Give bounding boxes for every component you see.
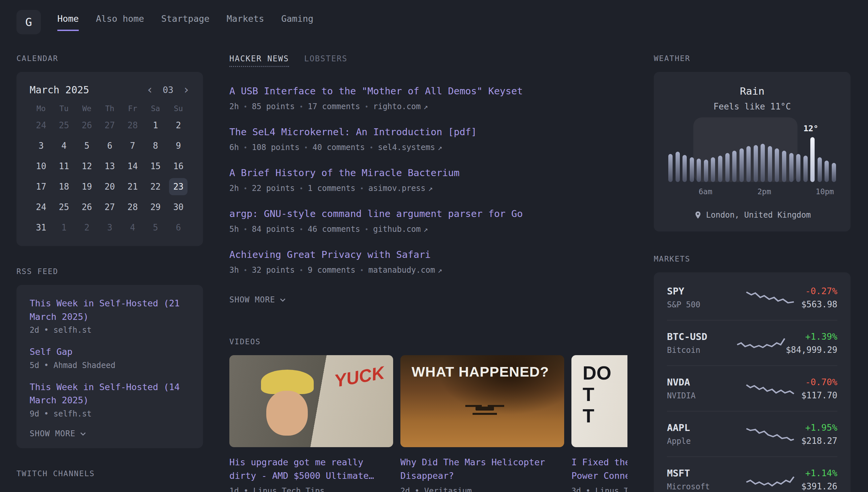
separator-dot: • xyxy=(299,267,303,274)
nav-item[interactable]: Gaming xyxy=(281,14,313,31)
video-title[interactable]: I Fixed the 5 Power Connect xyxy=(572,456,627,483)
news-title[interactable]: A USB Interface to the "Mother of All De… xyxy=(229,85,627,97)
news-list: A USB Interface to the "Mother of All De… xyxy=(229,85,627,275)
calendar-day: 4 xyxy=(55,137,73,154)
weather-bar-fill xyxy=(796,154,800,182)
market-row[interactable]: AAPL Apple +1.95% $218.27 xyxy=(667,411,837,457)
weather-bar-fill xyxy=(782,151,786,182)
video-meta: 2d • Veritasium xyxy=(400,486,564,492)
weather-hour-bar xyxy=(676,126,680,182)
calendar-day: 19 xyxy=(78,178,96,195)
news-source-link[interactable]: github.com ↗ xyxy=(373,225,428,234)
video-title[interactable]: Why Did The Mars Helicopter Disappear? xyxy=(400,456,564,483)
calendar-next-icon[interactable]: › xyxy=(183,84,190,96)
nav-item-label: Home xyxy=(57,14,79,31)
market-row[interactable]: SPY S&P 500 -0.27% $563.98 xyxy=(667,275,837,320)
weather-bar-fill xyxy=(768,146,772,182)
news-comments-link[interactable]: 40 comments xyxy=(312,143,365,152)
weather-bar-fill xyxy=(754,145,758,182)
calendar-day: 24 xyxy=(32,198,50,216)
market-row[interactable]: MSFT Microsoft +1.14% $391.26 xyxy=(667,457,837,492)
weekday-label: Su xyxy=(174,104,183,113)
calendar-day-cell: 11 xyxy=(55,157,73,175)
news-time: 5h xyxy=(229,225,239,234)
market-identity: SPY S&P 500 xyxy=(667,286,739,309)
separator-dot: • xyxy=(243,184,247,192)
calendar-month-number: 03 xyxy=(163,85,174,95)
news-title[interactable]: A Brief History of the Miracle Bacterium xyxy=(229,167,627,178)
news-comments-link[interactable]: 9 comments xyxy=(308,266,356,275)
weather-hour-bar xyxy=(818,126,822,182)
news-tab[interactable]: HACKER NEWS xyxy=(229,54,289,67)
news-title[interactable]: The SeL4 Microkernel: An Introduction [p… xyxy=(229,126,627,138)
separator-dot: • xyxy=(243,267,247,274)
calendar-day-cell: 6 xyxy=(101,137,119,154)
separator-dot: • xyxy=(243,103,247,110)
market-name: Apple xyxy=(667,437,739,446)
video-thumbnail[interactable]: YUCK xyxy=(229,355,393,447)
nav-item[interactable]: Markets xyxy=(227,14,264,31)
calendar-controls: ‹ 03 › xyxy=(146,84,190,96)
rss-show-more-button[interactable]: SHOW MORE xyxy=(30,429,87,438)
calendar-day-cell: 13 xyxy=(101,157,119,175)
nav-item[interactable]: Startpage xyxy=(161,14,209,31)
market-change: +1.95% xyxy=(801,422,837,433)
calendar-day: 6 xyxy=(101,137,119,154)
calendar-prev-icon[interactable]: ‹ xyxy=(146,84,154,96)
rss-item-title[interactable]: This Week in Self-Hosted (21 March 2025) xyxy=(30,297,190,323)
market-row[interactable]: BTC-USD Bitcoin +1.39% $84,999.29 xyxy=(667,320,837,365)
video-card[interactable]: YUCK His upgrade got me really dirty - A… xyxy=(229,355,393,492)
rss-item-title[interactable]: Self Gap xyxy=(30,345,190,359)
calendar-section-title: CALENDAR xyxy=(17,54,203,63)
news-comments-link[interactable]: 17 comments xyxy=(308,102,360,111)
weather-bar-fill xyxy=(732,151,737,182)
weather-bar-fill xyxy=(682,155,687,182)
market-change: -0.70% xyxy=(801,377,837,387)
calendar-day-cell: 31 xyxy=(32,219,50,236)
news-source-link[interactable]: righto.com ↗ xyxy=(373,102,428,111)
calendar-day: 5 xyxy=(146,219,165,236)
news-source-link[interactable]: matanabudy.com ↗ xyxy=(368,266,442,275)
news-title[interactable]: argp: GNU-style command line argument pa… xyxy=(229,208,627,219)
news-comments-link[interactable]: 46 comments xyxy=(308,225,360,234)
video-card[interactable]: WHAT HAPPENED? Why Did The Mars Helicopt… xyxy=(400,355,564,492)
calendar-day-cell: 15 xyxy=(146,157,165,175)
weather-bar-fill xyxy=(810,137,815,182)
calendar-day: 27 xyxy=(101,117,119,134)
nav-item[interactable]: Home xyxy=(57,14,79,31)
separator-dot: • xyxy=(365,103,368,110)
news-tab[interactable]: LOBSTERS xyxy=(304,54,348,67)
weather-bar-fill xyxy=(696,158,701,182)
video-thumbnail[interactable]: WHAT HAPPENED? xyxy=(400,355,564,447)
separator-dot: • xyxy=(243,144,247,151)
news-title[interactable]: Achieving Great Privacy with Safari xyxy=(229,249,627,260)
market-values: -0.27% $563.98 xyxy=(801,286,837,309)
weather-bar-fill xyxy=(711,157,715,182)
app-logo[interactable]: G xyxy=(17,10,41,34)
weather-bar-fill xyxy=(739,148,744,182)
market-ticker: AAPL xyxy=(667,422,739,433)
external-link-icon: ↗ xyxy=(438,143,442,152)
market-ticker: SPY xyxy=(667,286,739,297)
news-time: 3h xyxy=(229,266,239,275)
market-row[interactable]: NVDA NVIDIA -0.70% $117.70 xyxy=(667,365,837,411)
video-card[interactable]: DO T T I Fixed the 5 Power Connect 3d • … xyxy=(572,355,627,492)
rss-item-title[interactable]: This Week in Self-Hosted (14 March 2025) xyxy=(30,380,190,407)
weather-hourly-chart: 12° xyxy=(668,126,836,182)
weekday-label: We xyxy=(82,104,91,113)
video-title[interactable]: His upgrade got me really dirty - AMD $5… xyxy=(229,456,393,483)
calendar-day-cell: 3 xyxy=(101,219,119,236)
calendar-card: March 2025 ‹ 03 › MoTuWeThFrSaSu 2425262… xyxy=(17,72,203,246)
top-navbar: G HomeAlso homeStartpageMarketsGaming xyxy=(0,0,868,44)
video-thumbnail[interactable]: DO T T xyxy=(572,355,627,447)
news-source-link[interactable]: sel4.systems ↗ xyxy=(378,143,442,152)
news-comments-link[interactable]: 1 comments xyxy=(308,184,356,193)
market-sparkline xyxy=(739,379,801,397)
news-show-more-button[interactable]: SHOW MORE xyxy=(229,295,286,304)
calendar-day: 14 xyxy=(123,157,142,175)
nav-item[interactable]: Also home xyxy=(96,14,144,31)
market-sparkline xyxy=(736,334,786,352)
news-source-link[interactable]: asimov.press ↗ xyxy=(368,184,433,193)
calendar-day-cell: 26 xyxy=(78,117,96,134)
weather-bar-fill xyxy=(832,163,836,182)
